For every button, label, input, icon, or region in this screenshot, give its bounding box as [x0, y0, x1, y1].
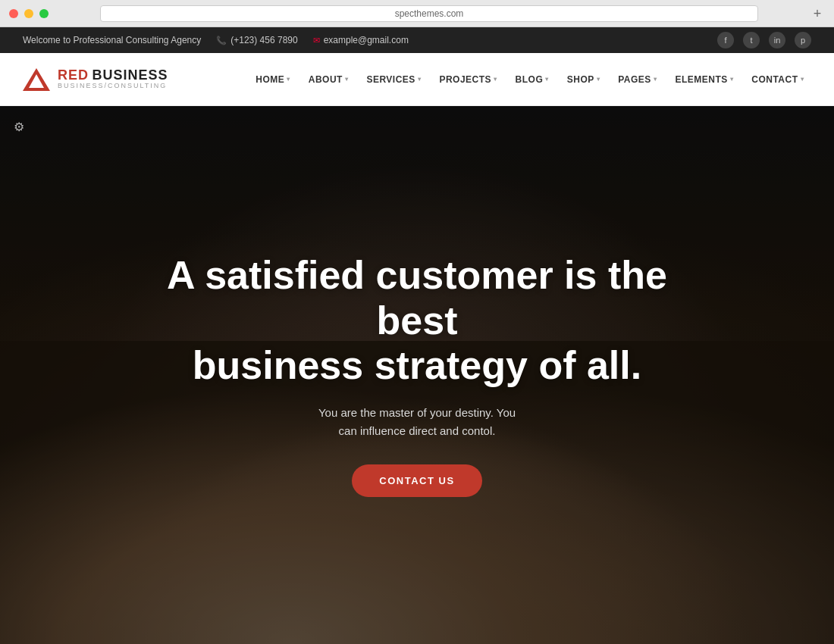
topbar-social: f t in p — [717, 32, 811, 48]
social-facebook[interactable]: f — [717, 32, 734, 48]
logo[interactable]: RED BUSINESS BUSINESS/CONSULTING — [23, 68, 168, 91]
logo-subtitle: BUSINESS/CONSULTING — [58, 83, 168, 90]
social-pinterest[interactable]: p — [795, 32, 811, 48]
nav-pages[interactable]: PAGES ▾ — [610, 70, 664, 89]
nav-about[interactable]: ABOUT ▾ — [301, 70, 356, 89]
nav-elements[interactable]: ELEMENTS ▾ — [667, 70, 741, 89]
logo-red-part: RED — [58, 67, 89, 83]
nav-about-chevron: ▾ — [345, 76, 349, 83]
main-nav: HOME ▾ ABOUT ▾ SERVICES ▾ PROJECTS ▾ BLO… — [248, 70, 811, 89]
logo-text: RED BUSINESS BUSINESS/CONSULTING — [58, 68, 168, 91]
logo-dark-part: BUSINESS — [92, 67, 168, 83]
nav-contact-chevron: ▾ — [801, 76, 804, 83]
traffic-light-fullscreen[interactable] — [39, 9, 49, 18]
nav-home[interactable]: HOME ▾ — [248, 70, 298, 89]
topbar-email-container: ✉ example@gmail.com — [313, 35, 409, 45]
url-text: specthemes.com — [395, 8, 464, 19]
nav-projects[interactable]: PROJECTS ▾ — [431, 70, 504, 89]
logo-name: RED BUSINESS — [58, 68, 168, 83]
nav-projects-chevron: ▾ — [494, 76, 497, 83]
topbar-welcome: Welcome to Professional Consulting Agenc… — [23, 35, 201, 45]
hero-heading: A satisfied customer is the best busines… — [144, 253, 690, 389]
contact-us-button[interactable]: CONTACT US — [352, 464, 481, 497]
browser-chrome: specthemes.com + — [0, 0, 834, 27]
logo-triangle-icon — [23, 68, 50, 91]
nav-shop[interactable]: SHOP ▾ — [560, 70, 608, 89]
nav-shop-chevron: ▾ — [597, 76, 600, 83]
new-tab-button[interactable]: + — [810, 6, 825, 21]
traffic-light-close[interactable] — [9, 9, 18, 18]
hero-section: ⚙ A satisfied customer is the best busin… — [0, 106, 834, 644]
phone-icon: 📞 — [216, 36, 227, 45]
social-instagram[interactable]: in — [769, 32, 785, 48]
header: RED BUSINESS BUSINESS/CONSULTING HOME ▾ … — [0, 53, 834, 106]
hero-subtext: You are the master of your destiny. You … — [144, 404, 690, 440]
nav-services[interactable]: SERVICES ▾ — [359, 70, 428, 89]
topbar-phone-container: 📞 (+123) 456 7890 — [216, 35, 297, 45]
nav-pages-chevron: ▾ — [654, 76, 657, 83]
nav-blog-chevron: ▾ — [545, 76, 549, 83]
nav-home-chevron: ▾ — [287, 76, 290, 83]
topbar-left: Welcome to Professional Consulting Agenc… — [23, 35, 409, 45]
nav-blog[interactable]: BLOG ▾ — [508, 70, 557, 89]
nav-services-chevron: ▾ — [418, 76, 422, 83]
traffic-light-minimize[interactable] — [24, 9, 33, 18]
topbar-email: example@gmail.com — [324, 35, 409, 45]
address-bar[interactable]: specthemes.com — [100, 5, 758, 22]
hero-content: A satisfied customer is the best busines… — [114, 253, 720, 497]
topbar: Welcome to Professional Consulting Agenc… — [0, 27, 834, 53]
topbar-phone: (+123) 456 7890 — [230, 35, 297, 45]
settings-icon[interactable]: ⚙ — [14, 120, 24, 134]
social-twitter[interactable]: t — [743, 32, 760, 48]
nav-elements-chevron: ▾ — [730, 76, 734, 83]
email-icon: ✉ — [313, 36, 320, 45]
nav-contact[interactable]: CONTACT ▾ — [744, 70, 811, 89]
